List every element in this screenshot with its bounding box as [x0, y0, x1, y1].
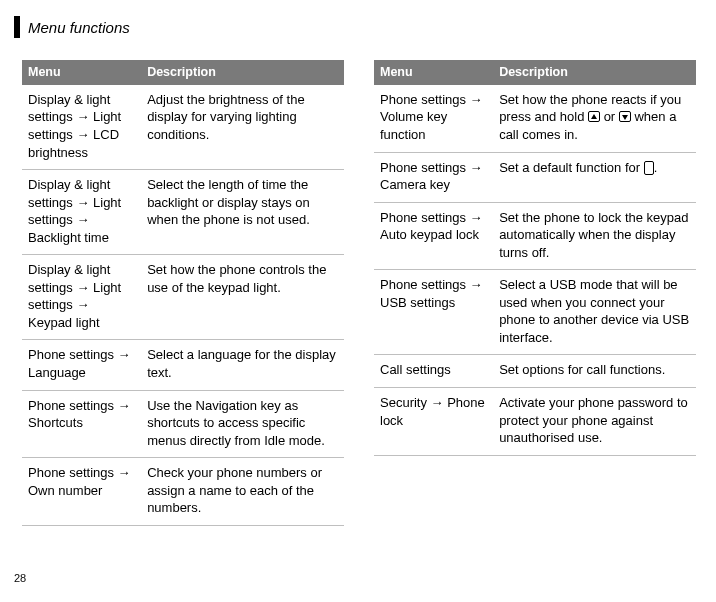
page-title: Menu functions — [28, 19, 130, 36]
menu-cell: Phone settings → Own number — [22, 458, 141, 526]
header-accent-bar — [14, 16, 20, 38]
col-header-menu: Menu — [374, 60, 493, 85]
desc-cell: Set how the phone reacts if you press an… — [493, 85, 696, 152]
table-row: Phone settings → Language Select a langu… — [22, 340, 344, 390]
table-row: Display & light settings → Light setting… — [22, 170, 344, 255]
desc-cell: Select a language for the display text. — [141, 340, 344, 390]
desc-text: or — [600, 109, 619, 124]
table-row: Phone settings → Auto keypad lock Set th… — [374, 202, 696, 270]
right-table: Menu Description Phone settings → Volume… — [374, 60, 696, 456]
desc-cell: Check your phone numbers or assign a nam… — [141, 458, 344, 526]
page-header: Menu functions — [0, 0, 716, 38]
table-row: Security → Phone lock Activate your phon… — [374, 387, 696, 455]
right-column: Menu Description Phone settings → Volume… — [374, 60, 696, 526]
menu-cell: Display & light settings → Light setting… — [22, 255, 141, 340]
table-row: Call settings Set options for call funct… — [374, 355, 696, 388]
menu-cell: Security → Phone lock — [374, 387, 493, 455]
table-row: Display & light settings → Light setting… — [22, 85, 344, 170]
volume-up-key-icon — [588, 111, 600, 122]
page-number: 28 — [14, 572, 26, 584]
menu-cell: Phone settings → Camera key — [374, 152, 493, 202]
col-header-description: Description — [141, 60, 344, 85]
menu-cell: Phone settings → USB settings — [374, 270, 493, 355]
camera-key-icon — [644, 161, 654, 175]
desc-cell: Adjust the brightness of the display for… — [141, 85, 344, 170]
col-header-description: Description — [493, 60, 696, 85]
menu-cell: Phone settings → Shortcuts — [22, 390, 141, 458]
desc-cell: Set how the phone controls the use of th… — [141, 255, 344, 340]
table-row: Display & light settings → Light setting… — [22, 255, 344, 340]
desc-cell: Set options for call functions. — [493, 355, 696, 388]
table-row: Phone settings → Shortcuts Use the Navig… — [22, 390, 344, 458]
desc-cell: Select the length of time the backlight … — [141, 170, 344, 255]
table-row: Phone settings → Own number Check your p… — [22, 458, 344, 526]
table-row: Phone settings → Volume key function Set… — [374, 85, 696, 152]
left-column: Menu Description Display & light setting… — [22, 60, 344, 526]
menu-cell: Call settings — [374, 355, 493, 388]
desc-cell: Set a default function for . — [493, 152, 696, 202]
table-header-row: Menu Description — [374, 60, 696, 85]
desc-cell: Activate your phone password to protect … — [493, 387, 696, 455]
menu-cell: Display & light settings → Light setting… — [22, 85, 141, 170]
volume-down-key-icon — [619, 111, 631, 122]
desc-text: Set a default function for — [499, 160, 644, 175]
desc-cell: Set the phone to lock the keypad automat… — [493, 202, 696, 270]
menu-cell: Phone settings → Volume key function — [374, 85, 493, 152]
left-table: Menu Description Display & light setting… — [22, 60, 344, 526]
table-row: Phone settings → Camera key Set a defaul… — [374, 152, 696, 202]
menu-cell: Display & light settings → Light setting… — [22, 170, 141, 255]
table-row: Phone settings → USB settings Select a U… — [374, 270, 696, 355]
table-header-row: Menu Description — [22, 60, 344, 85]
content-columns: Menu Description Display & light setting… — [0, 38, 716, 526]
desc-text: . — [654, 160, 658, 175]
menu-cell: Phone settings → Language — [22, 340, 141, 390]
menu-cell: Phone settings → Auto keypad lock — [374, 202, 493, 270]
col-header-menu: Menu — [22, 60, 141, 85]
desc-cell: Use the Navigation key as shortcuts to a… — [141, 390, 344, 458]
desc-cell: Select a USB mode that will be used when… — [493, 270, 696, 355]
